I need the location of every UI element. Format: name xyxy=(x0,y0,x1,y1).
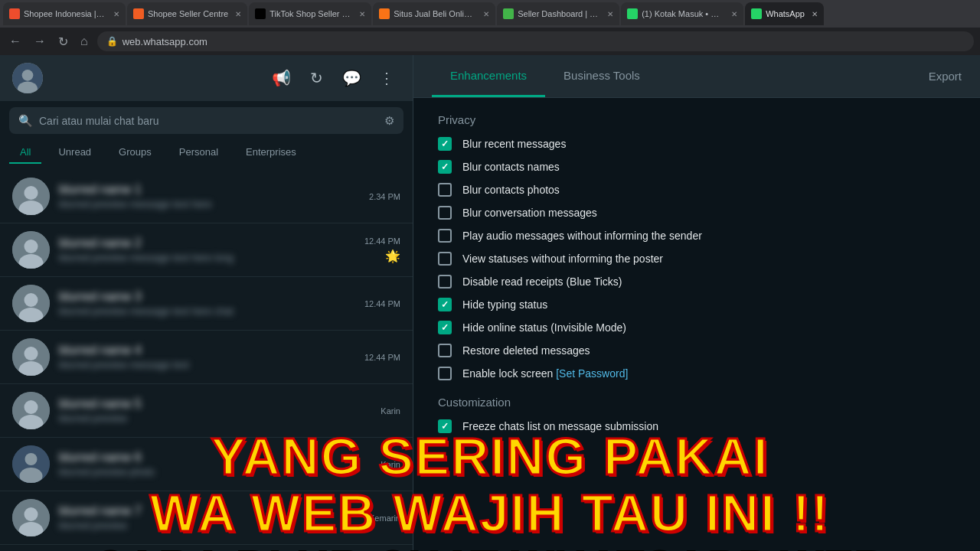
chat-list-item[interactable]: blurred name 5blurred previewKarin xyxy=(0,384,413,438)
privacy-item-restore_deleted[interactable]: Restore deleted messages xyxy=(438,344,956,357)
chat-meta: Karin xyxy=(381,460,400,469)
menu-icon[interactable]: ⋮ xyxy=(373,64,400,92)
chat-meta: 2.34 PM xyxy=(369,192,400,201)
privacy-item-blur_conversation[interactable]: Blur conversation messages xyxy=(438,206,956,220)
favicon-situs xyxy=(379,8,390,19)
tab-title-shopee1: Shopee Indonesia | Situs B... xyxy=(24,9,106,18)
privacy-section: Privacy Blur recent messagesBlur contact… xyxy=(438,113,956,380)
tab-close-wa[interactable]: ✕ xyxy=(812,10,818,18)
lock-icon: 🔒 xyxy=(106,36,118,47)
forward-button[interactable]: → xyxy=(31,31,49,51)
chat-list-item[interactable]: blurred name 1blurred preview message te… xyxy=(0,170,413,223)
tab-close-wa-msg[interactable]: ✕ xyxy=(731,10,737,18)
tab-close-shopee1[interactable]: ✕ xyxy=(113,10,119,18)
search-bar[interactable]: 🔍 ⚙ xyxy=(9,107,403,134)
checkbox-link-enable_lock[interactable]: [Set Password] xyxy=(553,367,628,380)
right-panel-tabs: EnhancementsBusiness Tools xyxy=(432,55,929,97)
checkbox-enable_lock[interactable] xyxy=(438,367,452,380)
right-tab-enhancements[interactable]: Enhancements xyxy=(432,55,545,97)
browser-tab-wa[interactable]: WhatsApp✕ xyxy=(745,2,824,25)
tab-close-shopee2[interactable]: ✕ xyxy=(235,10,241,18)
chat-info: blurred name 2blurred preview message te… xyxy=(59,236,355,263)
privacy-items: Blur recent messagesBlur contacts namesB… xyxy=(438,137,956,380)
privacy-item-blur_recent[interactable]: Blur recent messages xyxy=(438,137,956,151)
customization-section: Customization Freeze chats list on messa… xyxy=(438,396,956,433)
chat-list-item[interactable]: blurred name 6blurred preview photoKarin xyxy=(0,438,413,491)
privacy-item-blur_contacts_names[interactable]: Blur contacts names xyxy=(438,160,956,174)
customization-item-freeze_chats[interactable]: Freeze chats list on message submission xyxy=(438,419,956,433)
filter-icon[interactable]: ⚙ xyxy=(384,114,394,128)
tab-close-tiktok[interactable]: ✕ xyxy=(359,10,365,18)
export-button[interactable]: Export xyxy=(929,70,962,83)
checkbox-play_audio[interactable] xyxy=(438,229,452,243)
checkbox-blur_recent[interactable] xyxy=(438,137,452,151)
chat-list-item[interactable]: blurred name 3blurred preview message te… xyxy=(0,277,413,331)
filter-chip-unread[interactable]: Unread xyxy=(47,143,102,164)
back-button[interactable]: ← xyxy=(6,31,24,51)
url-text: web.whatsapp.com xyxy=(122,36,207,47)
privacy-item-play_audio[interactable]: Play audio messages without informing th… xyxy=(438,229,956,243)
browser-tab-shopee2[interactable]: Shopee Seller Centre✕ xyxy=(127,2,247,25)
browser-tab-situs[interactable]: Situs Jual Beli Online Terle...✕ xyxy=(373,2,495,25)
checkbox-freeze_chats[interactable] xyxy=(438,419,452,433)
chat-time: 2.34 PM xyxy=(369,192,400,201)
checkbox-blur_contacts_names[interactable] xyxy=(438,160,452,174)
svg-point-16 xyxy=(24,400,38,414)
user-avatar[interactable] xyxy=(12,63,43,93)
tab-close-tokopedia[interactable]: ✕ xyxy=(607,10,613,18)
chat-list: blurred name 1blurred preview message te… xyxy=(0,170,413,551)
reload-button[interactable]: ↻ xyxy=(55,31,71,52)
new-chat-icon[interactable]: 💬 xyxy=(338,64,365,92)
checkbox-blur_contacts_photos[interactable] xyxy=(438,183,452,197)
chat-list-item[interactable]: blurred name 4blurred preview message te… xyxy=(0,331,413,384)
checkbox-hide_online[interactable] xyxy=(438,321,452,334)
wa-right-panel: EnhancementsBusiness Tools Export Privac… xyxy=(413,55,980,551)
checkbox-label-enable_lock: Enable lock screen [Set Password] xyxy=(462,367,628,380)
checkbox-disable_read[interactable] xyxy=(438,275,452,289)
address-bar[interactable]: 🔒 web.whatsapp.com xyxy=(97,31,974,51)
chat-meta: 12.44 PM xyxy=(364,353,400,362)
tab-title-situs: Situs Jual Beli Online Terle... xyxy=(394,9,476,18)
privacy-item-view_statuses[interactable]: View statuses without informing the post… xyxy=(438,252,956,266)
chat-list-item[interactable]: blurred name 7blurred previewKemarin xyxy=(0,491,413,545)
status-icon[interactable]: 📢 xyxy=(267,64,295,92)
refresh-icon[interactable]: ↻ xyxy=(302,64,330,92)
checkbox-view_statuses[interactable] xyxy=(438,252,452,266)
filter-chip-personal[interactable]: Personal xyxy=(168,143,229,164)
filter-chip-all[interactable]: All xyxy=(9,143,41,164)
browser-tab-tokopedia[interactable]: Seller Dashboard | Tokope...✕ xyxy=(497,2,619,25)
chat-info: blurred name 5blurred preview xyxy=(59,397,371,424)
chat-list-item[interactable]: blurred name 2blurred preview message te… xyxy=(0,223,413,277)
chat-name: blurred name 2 xyxy=(59,236,355,250)
privacy-item-blur_contacts_photos[interactable]: Blur contacts photos xyxy=(438,183,956,197)
chat-time: 12.44 PM xyxy=(364,236,400,246)
tab-close-situs[interactable]: ✕ xyxy=(483,10,489,18)
privacy-item-disable_read[interactable]: Disable read receipts (Blue Ticks) xyxy=(438,275,956,289)
search-icon: 🔍 xyxy=(18,114,33,128)
chat-time: Kemarin xyxy=(369,514,400,523)
filter-chip-enterprises[interactable]: Enterprises xyxy=(235,143,307,164)
home-button[interactable]: ⌂ xyxy=(77,31,91,51)
tab-title-tokopedia: Seller Dashboard | Tokope... xyxy=(518,9,600,18)
privacy-item-hide_typing[interactable]: Hide typing status xyxy=(438,298,956,311)
chat-avatar xyxy=(12,285,50,322)
privacy-title: Privacy xyxy=(438,113,956,126)
chat-meta: 12.44 PM xyxy=(364,299,400,308)
checkbox-label-freeze_chats: Freeze chats list on message submission xyxy=(462,420,658,432)
browser-tab-tiktok[interactable]: TikTok Shop Seller Center...✕ xyxy=(249,2,371,25)
chat-meta: Karin xyxy=(381,406,400,416)
checkbox-blur_conversation[interactable] xyxy=(438,206,452,220)
search-input[interactable] xyxy=(39,115,378,127)
svg-point-10 xyxy=(24,293,38,307)
privacy-item-enable_lock[interactable]: Enable lock screen [Set Password] xyxy=(438,367,956,380)
right-tab-business-tools[interactable]: Business Tools xyxy=(545,55,658,97)
browser-tab-wa-msg[interactable]: (1) Kotak Masuk • Obrolan✕ xyxy=(621,2,743,25)
checkbox-hide_typing[interactable] xyxy=(438,298,452,311)
chat-name: blurred name 3 xyxy=(59,290,355,304)
chat-badge: 🌟 xyxy=(385,249,400,263)
chat-meta: 12.44 PM🌟 xyxy=(364,236,400,263)
privacy-item-hide_online[interactable]: Hide online status (Invisible Mode) xyxy=(438,321,956,334)
checkbox-restore_deleted[interactable] xyxy=(438,344,452,357)
browser-tab-shopee1[interactable]: Shopee Indonesia | Situs B...✕ xyxy=(3,2,126,25)
filter-chip-groups[interactable]: Groups xyxy=(108,143,162,164)
